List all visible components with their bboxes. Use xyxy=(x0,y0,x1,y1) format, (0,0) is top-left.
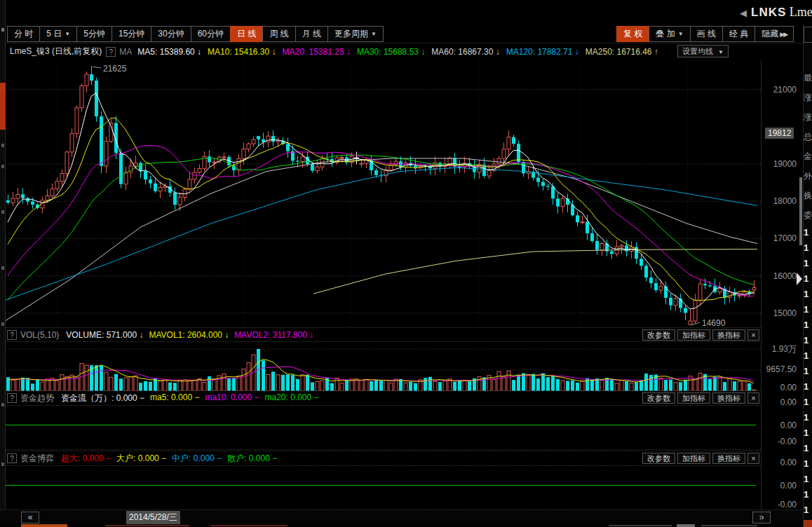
quote-row-fragment: 外 xyxy=(804,166,812,186)
period-button-8[interactable]: 周 线 xyxy=(262,26,295,42)
right-panel-expand-handle-icon[interactable] xyxy=(797,273,802,285)
quote-row-fragment: 金 xyxy=(804,146,812,166)
tool-button-2[interactable]: 叠 加▼ xyxy=(649,26,690,42)
quote-digit-fragment: 1 xyxy=(804,287,812,302)
period-button-1[interactable]: 分 时 xyxy=(7,26,40,42)
window-title-suffix: Lme xyxy=(790,5,812,19)
quote-row-fragment: 涨 xyxy=(804,88,812,107)
quote-digit-fragment: 1 xyxy=(804,333,812,348)
indicator-series-value: 超大: 0.000 − xyxy=(61,453,111,465)
price-tick-label: 15000 xyxy=(762,308,797,318)
chevron-down-icon: ▼ xyxy=(718,49,724,55)
time-axis: « 050708091011 2014/5/28/三 » xyxy=(0,510,812,524)
tool-button-4[interactable]: 经 典 xyxy=(722,26,755,42)
period-button-9[interactable]: 月 线 xyxy=(295,26,328,42)
period-button-7[interactable]: 日 线 xyxy=(230,26,263,42)
right-quote-panel-clipped[interactable]: 最涨涨总金外换委11111111111111111111 xyxy=(804,25,812,524)
quote-digit-fragment: 1 xyxy=(804,487,812,502)
fund-trend-tick-label: 0.00 xyxy=(762,420,797,430)
down-arrow-icon: ↓ xyxy=(139,330,143,340)
ma-legend-item-ma30: MA30: 15688.53 ↓ xyxy=(357,47,425,57)
quote-row-fragment: 总 xyxy=(804,127,812,146)
quote-digit-fragment: 1 xyxy=(804,302,812,317)
tool-button-3[interactable]: 画 线 xyxy=(690,26,723,42)
fund-game-line xyxy=(6,485,756,486)
volume-tick-label: 1.93万 xyxy=(762,343,797,355)
price-tick-label: 19000 xyxy=(762,159,797,169)
help-icon[interactable]: ? xyxy=(7,330,17,340)
period-toolbar: 分 时5 日▼5分钟15分钟30分钟60分钟日 线周 线月 线更多周期▼ 复 权… xyxy=(6,25,803,43)
ma-legend: MA5: 15389.60 ↓MA10: 15416.30 ↓MA20: 153… xyxy=(137,47,665,57)
volume-tick-label: 0.00 xyxy=(762,383,797,392)
fund-game-indicator-name: 资金博弈 xyxy=(20,453,54,465)
help-icon[interactable]: ? xyxy=(106,47,116,57)
quote-digit-fragment: 1 xyxy=(804,425,812,441)
add-indicator-button[interactable]: 加指标 xyxy=(677,392,710,404)
period-button-3[interactable]: 5分钟 xyxy=(76,26,112,42)
left-sidebar-strip[interactable] xyxy=(0,0,6,527)
add-indicator-button[interactable]: 加指标 xyxy=(677,453,710,464)
help-icon[interactable]: ? xyxy=(7,453,17,463)
indicator-series-value: ma20: 0.000 − xyxy=(265,392,319,404)
tool-button-5[interactable]: 隐藏▶▶ xyxy=(755,26,794,42)
fund-trend-indicator-name: 资金趋势 xyxy=(20,392,54,404)
chevron-down-icon: ▼ xyxy=(371,31,377,37)
scroll-right-button[interactable]: » xyxy=(752,512,771,523)
fund-game-panel-header: ? 资金博弈 超大: 0.000 −大户: 0.000 −中户: 0.000 −… xyxy=(6,451,761,465)
quote-digit-fragment: 1 xyxy=(804,472,812,487)
switch-indicator-button[interactable]: 换指标 xyxy=(712,453,745,464)
title-bar: ◀LNKS Lme xyxy=(6,0,812,25)
app-window: ◀LNKS Lme 分 时5 日▼5分钟15分钟30分钟60分钟日 线周 线月 … xyxy=(0,0,812,527)
mavol2-value: MAVOL2: 3117.800 ↓ xyxy=(234,330,313,340)
indicator-series-value: 大户: 0.000 − xyxy=(116,453,166,465)
main-chart-canvas[interactable]: 2162514690 xyxy=(6,60,761,327)
ma-legend-item-ma10: MA10: 15416.30 ↓ xyxy=(208,47,276,57)
change-params-button[interactable]: 改参数 xyxy=(642,453,675,464)
ma-legend-item-ma20: MA20: 15381.25 ↓ xyxy=(283,47,351,57)
volume-chart-canvas[interactable] xyxy=(6,342,761,391)
switch-indicator-button[interactable]: 换指标 xyxy=(712,392,745,404)
ma-legend-item-ma120: MA120: 17882.71 ↓ xyxy=(506,47,579,57)
ma-legend-item-ma5: MA5: 15389.60 ↓ xyxy=(137,47,201,57)
period-button-6[interactable]: 60分钟 xyxy=(191,26,231,42)
legend-row: LmeS_镍3 (日线,前复权) ? MA MA5: 15389.60 ↓MA1… xyxy=(6,43,761,60)
ma-settings-button[interactable]: 设置均线 ▼ xyxy=(677,45,729,57)
switch-indicator-button[interactable]: 换指标 xyxy=(712,329,745,341)
help-icon[interactable]: ? xyxy=(7,393,17,403)
quote-digit-fragment: 1 xyxy=(804,256,812,271)
period-button-4[interactable]: 15分钟 xyxy=(111,26,151,42)
indicator-series-value: ma10: 0.000 − xyxy=(205,392,259,404)
scroll-left-button[interactable]: « xyxy=(21,512,39,523)
chart-tools-button-group: 复 权叠 加▼画 线经 典隐藏▶▶ xyxy=(616,26,793,42)
close-button[interactable]: × xyxy=(747,453,759,464)
quote-digit-fragment: 1 xyxy=(804,441,812,456)
left-sidebar-active-item[interactable] xyxy=(0,83,6,130)
change-params-button[interactable]: 改参数 xyxy=(642,329,675,341)
close-button[interactable]: × xyxy=(747,329,759,341)
change-params-button[interactable]: 改参数 xyxy=(642,392,675,404)
indicator-series-value: 资金流（万）: 0.000 − xyxy=(61,392,144,404)
fund-trend-panel-header: ? 资金趋势 资金流（万）: 0.000 −ma5: 0.000 −ma10: … xyxy=(6,391,761,405)
quote-row-fragment: 委 xyxy=(804,205,812,225)
add-indicator-button[interactable]: 加指标 xyxy=(677,329,710,341)
bottom-taskbar-fragment xyxy=(0,524,812,527)
period-button-10[interactable]: 更多周期▼ xyxy=(327,26,384,42)
indicator-series-value: 散户: 0.000 − xyxy=(227,453,277,465)
price-tick-label: 17000 xyxy=(762,233,797,243)
period-button-5[interactable]: 30分钟 xyxy=(151,26,191,42)
quote-digit-fragment: 1 xyxy=(804,410,812,425)
quote-row-fragment: 换 xyxy=(804,186,812,205)
chevron-down-icon: ▼ xyxy=(678,31,684,37)
tool-button-1[interactable]: 复 权 xyxy=(616,26,649,42)
right-panel-scrollbar[interactable] xyxy=(799,177,802,245)
chevron-down-icon: ▼ xyxy=(65,31,70,37)
quote-digit-fragment: 1 xyxy=(804,502,812,518)
quote-row-fragment: 涨 xyxy=(804,107,812,127)
period-button-2[interactable]: 5 日▼ xyxy=(39,26,77,42)
quote-row-fragment: 最 xyxy=(804,68,812,88)
vol-indicator-name: VOL(5,10) xyxy=(20,330,59,340)
close-button[interactable]: × xyxy=(747,392,759,404)
quote-digit-fragment: 1 xyxy=(804,379,812,395)
back-icon[interactable]: ◀ xyxy=(740,8,747,18)
volume-value: VOLUME: 571.000 ↓ xyxy=(66,330,143,340)
